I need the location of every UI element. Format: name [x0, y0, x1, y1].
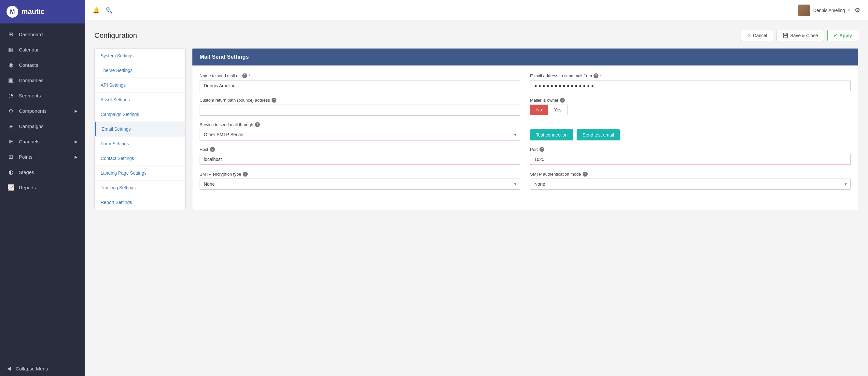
- apply-check-icon: ✔: [834, 33, 837, 38]
- mailer-no-button[interactable]: No: [530, 105, 548, 115]
- name-help-icon[interactable]: ?: [242, 73, 247, 78]
- port-input[interactable]: [530, 154, 851, 165]
- smtp-auth-select[interactable]: None Plain Login Crammd5: [530, 178, 851, 190]
- contacts-icon: ◉: [7, 62, 14, 68]
- sidebar-item-companies[interactable]: ▣ Companies: [0, 73, 85, 88]
- dashboard-icon: ⊞: [7, 31, 14, 38]
- send-test-email-button[interactable]: Send test email: [577, 129, 620, 140]
- host-help-icon[interactable]: ?: [210, 147, 215, 152]
- panel-header-title: Mail Send Settings: [199, 54, 249, 60]
- save-close-label: Save & Close: [790, 33, 818, 38]
- save-icon: 💾: [783, 33, 788, 38]
- left-panel-item-contact[interactable]: Contact Settings: [95, 151, 185, 166]
- page-title: Configuration: [94, 31, 137, 40]
- left-panel-item-campaign[interactable]: Campaign Settings: [95, 107, 185, 122]
- left-panel-item-asset[interactable]: Asset Settings: [95, 92, 185, 107]
- custom-return-input[interactable]: [199, 105, 520, 116]
- sidebar-label-companies: Companies: [19, 78, 43, 83]
- mailer-owner-help-icon[interactable]: ?: [560, 98, 565, 103]
- name-to-send-label: Name to send mail as ? *: [199, 73, 520, 78]
- sidebar-item-stages[interactable]: ◐ Stages: [0, 165, 85, 180]
- service-select-wrapper: Other SMTP Server Gmail Sendmail Amazon …: [199, 129, 520, 140]
- app-logo[interactable]: M mautic: [0, 0, 85, 24]
- custom-return-help-icon[interactable]: ?: [272, 98, 276, 103]
- topbar: 🔔 🔍 Dennis Ameling ▾ ⚙: [85, 0, 868, 21]
- campaigns-icon: ◈: [7, 123, 14, 130]
- form-row-return-owner: Custom return path (bounce) address ? Ma…: [199, 98, 851, 116]
- left-panel-item-api[interactable]: API Settings: [95, 78, 185, 92]
- email-help-icon[interactable]: ?: [593, 73, 598, 78]
- sidebar-label-segments: Segments: [19, 93, 41, 98]
- email-address-label: E-mail address to send mail from ? *: [530, 73, 851, 78]
- smtp-encryption-select[interactable]: None SSL TLS: [199, 178, 520, 190]
- form-row-service: Service to send mail through ? Other SMT…: [199, 122, 851, 140]
- sidebar-label-channels: Channels: [19, 139, 39, 144]
- sidebar-item-dashboard[interactable]: ⊞ Dashboard: [0, 27, 85, 42]
- email-required: *: [600, 73, 602, 78]
- left-panel-item-form[interactable]: Form Settings: [95, 137, 185, 151]
- bell-icon[interactable]: 🔔: [92, 7, 100, 14]
- test-connection-button[interactable]: Test connection: [530, 129, 574, 140]
- service-select[interactable]: Other SMTP Server Gmail Sendmail Amazon …: [199, 129, 520, 140]
- panel-header: Mail Send Settings: [192, 49, 858, 65]
- sidebar-item-reports[interactable]: 📈 Reports: [0, 180, 85, 195]
- config-layout: System Settings Theme Settings API Setti…: [94, 48, 858, 210]
- sidebar-label-components: Components: [19, 108, 46, 114]
- cancel-button[interactable]: ✕ Cancel: [741, 30, 774, 41]
- sidebar-item-campaigns[interactable]: ◈ Campaigns: [0, 119, 85, 134]
- smtp-auth-help-icon[interactable]: ?: [583, 172, 588, 177]
- page-actions: ✕ Cancel 💾 Save & Close ✔ Apply: [741, 30, 858, 41]
- sidebar-label-dashboard: Dashboard: [19, 32, 43, 37]
- search-icon[interactable]: 🔍: [105, 7, 113, 14]
- form-group-return: Custom return path (bounce) address ?: [199, 98, 520, 116]
- sidebar-item-calendar[interactable]: ▦ Calendar: [0, 42, 85, 57]
- topbar-user[interactable]: Dennis Ameling ▾: [798, 5, 850, 16]
- form-group-smtp-encryption: SMTP encryption type ? None SSL TLS: [199, 172, 520, 190]
- page-header: Configuration ✕ Cancel 💾 Save & Close ✔ …: [94, 30, 858, 41]
- apply-button[interactable]: ✔ Apply: [827, 30, 858, 41]
- service-help-icon[interactable]: ?: [255, 122, 260, 127]
- sidebar-item-contacts[interactable]: ◉ Contacts: [0, 57, 85, 73]
- gear-icon[interactable]: ⚙: [855, 6, 860, 14]
- form-row-host-port: Host ? Port ?: [199, 147, 851, 165]
- port-label: Port ?: [530, 147, 851, 152]
- main-area: 🔔 🔍 Dennis Ameling ▾ ⚙ Configuration ✕ C…: [85, 0, 868, 376]
- save-close-button[interactable]: 💾 Save & Close: [776, 30, 824, 41]
- left-panel-item-theme[interactable]: Theme Settings: [95, 63, 185, 78]
- sidebar-item-components[interactable]: ⚙ Components ▶: [0, 103, 85, 119]
- form-group-name: Name to send mail as ? *: [199, 73, 520, 91]
- avatar-image: [798, 5, 810, 16]
- mailer-yes-button[interactable]: Yes: [548, 105, 568, 115]
- form-group-service: Service to send mail through ? Other SMT…: [199, 122, 520, 140]
- sidebar-item-points[interactable]: ⊞ Points ▶: [0, 149, 85, 165]
- cancel-label: Cancel: [753, 33, 767, 38]
- name-to-send-input[interactable]: [199, 80, 520, 91]
- left-panel-item-system[interactable]: System Settings: [95, 49, 185, 63]
- smtp-encryption-help-icon[interactable]: ?: [243, 172, 248, 177]
- collapse-menu[interactable]: ◀ Collapse Menu: [0, 361, 85, 376]
- host-input[interactable]: [199, 154, 520, 165]
- left-panel-item-email[interactable]: Email Settings: [95, 122, 185, 137]
- email-address-input[interactable]: [530, 80, 851, 91]
- form-group-smtp-auth: SMTP authentication mode ? None Plain Lo…: [530, 172, 851, 190]
- channels-icon: ⊕: [7, 138, 14, 145]
- apply-label: Apply: [839, 33, 852, 38]
- sidebar-label-campaigns: Campaigns: [19, 123, 43, 129]
- smtp-encryption-select-wrapper: None SSL TLS: [199, 178, 520, 190]
- left-panel-item-landing[interactable]: Landing Page Settings: [95, 166, 185, 180]
- calendar-icon: ▦: [7, 46, 14, 53]
- sidebar-item-channels[interactable]: ⊕ Channels ▶: [0, 134, 85, 149]
- points-arrow: ▶: [74, 155, 78, 159]
- port-help-icon[interactable]: ?: [539, 147, 545, 152]
- sidebar-item-segments[interactable]: ◔ Segments: [0, 88, 85, 103]
- sidebar: M mautic ⊞ Dashboard ▦ Calendar ◉ Contac…: [0, 0, 85, 376]
- left-panel-item-report[interactable]: Report Settings: [95, 195, 185, 210]
- avatar: [798, 5, 810, 16]
- panel-body: Name to send mail as ? * E-mail address …: [192, 65, 858, 204]
- form-group-test-actions: Test connection Send test email: [530, 122, 851, 140]
- user-caret-icon: ▾: [848, 8, 850, 12]
- companies-icon: ▣: [7, 77, 14, 84]
- host-label: Host ?: [199, 147, 520, 152]
- left-panel-item-tracking[interactable]: Tracking Settings: [95, 180, 185, 195]
- smtp-auth-select-wrapper: None Plain Login Crammd5: [530, 178, 851, 190]
